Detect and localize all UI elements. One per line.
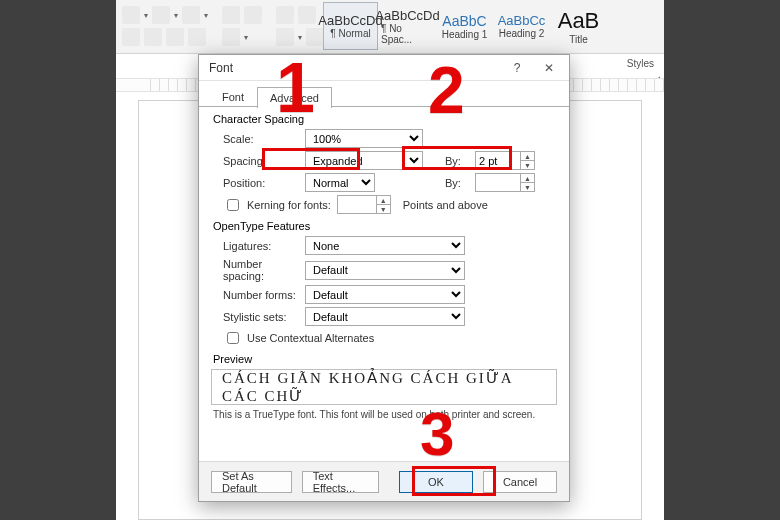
font-dialog: Font ? ✕ Font Advanced Character Spacing… xyxy=(198,54,570,502)
style-tile-normal[interactable]: AaBbCcDd ¶ Normal xyxy=(323,2,378,50)
number-forms-label: Number forms: xyxy=(211,289,299,301)
opentype-group: OpenType Features Ligatures: None Number… xyxy=(211,220,557,347)
borders-icon[interactable] xyxy=(306,28,324,46)
kerning-checkbox[interactable] xyxy=(227,199,239,211)
spin-down-icon[interactable]: ▼ xyxy=(377,205,390,213)
number-spacing-label: Number spacing: xyxy=(211,258,299,282)
align-left-icon[interactable] xyxy=(122,28,140,46)
preview-group: Preview xyxy=(211,353,557,365)
ribbon: ▾ ▾ ▾ ▾ ▾ ▾ AaBbCcDd xyxy=(116,0,664,54)
by-label: By: xyxy=(445,155,469,167)
spin-up-icon[interactable]: ▲ xyxy=(377,196,390,205)
chevron-down-icon[interactable]: ▾ xyxy=(174,11,178,20)
spacing-label: Spacing: xyxy=(211,155,299,167)
align-justify-icon[interactable] xyxy=(188,28,206,46)
bullets-icon[interactable] xyxy=(122,6,140,24)
spacing-select[interactable]: Expanded xyxy=(305,151,423,170)
close-button[interactable]: ✕ xyxy=(533,57,565,79)
scale-label: Scale: xyxy=(211,133,299,145)
align-right-icon[interactable] xyxy=(166,28,184,46)
style-label: Heading 2 xyxy=(499,28,545,39)
ligatures-label: Ligatures: xyxy=(211,240,299,252)
chevron-down-icon[interactable]: ▾ xyxy=(244,33,248,42)
shading-icon[interactable] xyxy=(276,28,294,46)
chevron-down-icon[interactable]: ▾ xyxy=(204,11,208,20)
multilevel-icon[interactable] xyxy=(182,6,200,24)
contextual-alternates-text: Use Contextual Alternates xyxy=(247,332,374,344)
stylistic-sets-label: Stylistic sets: xyxy=(211,311,299,323)
cancel-button[interactable]: Cancel xyxy=(483,471,557,493)
line-spacing-icon[interactable] xyxy=(222,28,240,46)
style-sample: AaBbCcDd xyxy=(318,13,382,28)
chevron-down-icon[interactable]: ▾ xyxy=(144,11,148,20)
set-default-button[interactable]: Set As Default xyxy=(211,471,292,493)
kerning-size-spinner[interactable]: ▲▼ xyxy=(337,195,391,214)
style-sample: AaB xyxy=(558,8,600,34)
dialog-title: Font xyxy=(209,61,501,75)
ligatures-select[interactable]: None xyxy=(305,236,465,255)
text-effects-button[interactable]: Text Effects... xyxy=(302,471,379,493)
increase-indent-icon[interactable] xyxy=(244,6,262,24)
numbering-icon[interactable] xyxy=(152,6,170,24)
kerning-label: Kerning for fonts: xyxy=(247,199,331,211)
help-button[interactable]: ? xyxy=(501,57,533,79)
position-by-input[interactable] xyxy=(475,173,521,192)
character-spacing-group: Character Spacing Scale: 100% Spacing: E… xyxy=(211,113,557,214)
style-tile-nospacing[interactable]: AaBbCcDd ¶ No Spac... xyxy=(380,2,435,50)
group-heading: OpenType Features xyxy=(213,220,557,232)
preview-box: CÁCH GIÃN KHOẢNG CÁCH GIỮA CÁC CHỮ xyxy=(211,369,557,405)
styles-group-label: Styles xyxy=(627,58,654,69)
position-label: Position: xyxy=(211,177,299,189)
preview-text: CÁCH GIÃN KHOẢNG CÁCH GIỮA CÁC CHỮ xyxy=(222,369,546,405)
dialog-tabs: Font Advanced xyxy=(199,81,569,107)
style-sample: AaBbCcDd xyxy=(375,8,439,23)
styles-gallery[interactable]: AaBbCcDd ¶ Normal AaBbCcDd ¶ No Spac... … xyxy=(323,2,606,50)
style-sample: AaBbC xyxy=(442,13,486,29)
spacing-by-input[interactable] xyxy=(475,151,521,170)
dialog-button-bar: Set As Default Text Effects... OK Cancel xyxy=(199,461,569,501)
stylistic-sets-select[interactable]: Default xyxy=(305,307,465,326)
kerning-size-input[interactable] xyxy=(337,195,377,214)
number-forms-select[interactable]: Default xyxy=(305,285,465,304)
spin-up-icon[interactable]: ▲ xyxy=(521,174,534,183)
contextual-alternates-checkbox[interactable] xyxy=(227,332,239,344)
style-tile-title[interactable]: AaB Title xyxy=(551,2,606,50)
scale-select[interactable]: 100% xyxy=(305,129,423,148)
style-sample: AaBbCc xyxy=(498,13,546,28)
chevron-down-icon[interactable]: ▾ xyxy=(298,33,302,42)
style-tile-heading2[interactable]: AaBbCc Heading 2 xyxy=(494,2,549,50)
spacing-by-spinner[interactable]: ▲▼ xyxy=(475,151,535,170)
kerning-checkbox-label[interactable]: Kerning for fonts: xyxy=(211,196,331,214)
group-heading: Preview xyxy=(213,353,557,365)
style-label: Heading 1 xyxy=(442,29,488,40)
spin-down-icon[interactable]: ▼ xyxy=(521,161,534,169)
position-select[interactable]: Normal xyxy=(305,173,375,192)
ok-button[interactable]: OK xyxy=(399,471,473,493)
group-heading: Character Spacing xyxy=(213,113,557,125)
spin-down-icon[interactable]: ▼ xyxy=(521,183,534,191)
number-spacing-select[interactable]: Default xyxy=(305,261,465,280)
tab-advanced[interactable]: Advanced xyxy=(257,87,332,108)
points-above-label: Points and above xyxy=(403,199,488,211)
spin-up-icon[interactable]: ▲ xyxy=(521,152,534,161)
style-label: ¶ Normal xyxy=(330,28,370,39)
show-marks-icon[interactable] xyxy=(298,6,316,24)
preview-note: This is a TrueType font. This font will … xyxy=(213,409,555,420)
decrease-indent-icon[interactable] xyxy=(222,6,240,24)
by2-label: By: xyxy=(445,177,469,189)
position-by-spinner[interactable]: ▲▼ xyxy=(475,173,535,192)
align-center-icon[interactable] xyxy=(144,28,162,46)
style-tile-heading1[interactable]: AaBbC Heading 1 xyxy=(437,2,492,50)
dialog-titlebar[interactable]: Font ? ✕ xyxy=(199,55,569,81)
tab-font[interactable]: Font xyxy=(209,86,257,107)
contextual-alternates-label[interactable]: Use Contextual Alternates xyxy=(211,329,557,347)
style-label: ¶ No Spac... xyxy=(381,23,434,45)
style-label: Title xyxy=(569,34,588,45)
sort-icon[interactable] xyxy=(276,6,294,24)
